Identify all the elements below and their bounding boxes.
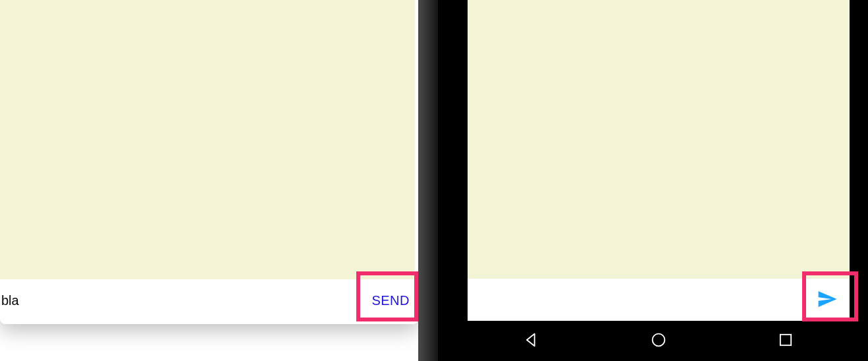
svg-point-0	[653, 333, 665, 346]
nav-recent-button[interactable]	[733, 321, 838, 361]
left-input-row: SEND	[0, 279, 415, 321]
left-chat-area	[0, 0, 415, 279]
send-button-label: SEND	[371, 293, 410, 308]
home-icon	[649, 331, 668, 352]
send-button[interactable]	[805, 279, 850, 321]
device-frame-edge	[418, 0, 438, 361]
left-device-panel: SEND	[0, 0, 418, 324]
message-input[interactable]	[468, 279, 805, 321]
right-chat-area	[468, 0, 850, 279]
message-input[interactable]	[0, 279, 366, 321]
nav-home-button[interactable]	[606, 321, 711, 361]
back-icon	[522, 331, 541, 352]
recent-icon	[776, 331, 795, 352]
svg-rect-1	[780, 334, 791, 345]
right-device-panel	[438, 0, 868, 361]
android-navigation-bar	[468, 321, 850, 361]
send-icon	[817, 289, 838, 312]
send-button[interactable]: SEND	[366, 279, 415, 321]
nav-back-button[interactable]	[479, 321, 584, 361]
right-input-row	[468, 279, 850, 321]
right-screen	[468, 0, 850, 361]
